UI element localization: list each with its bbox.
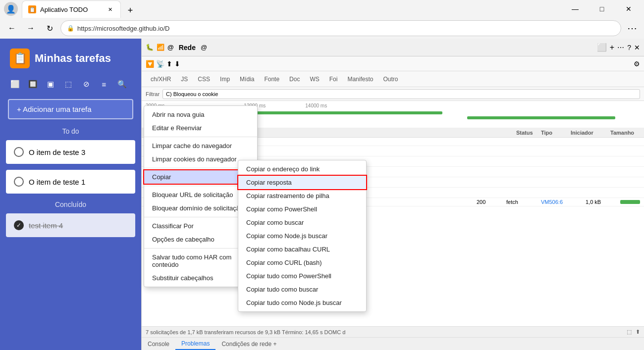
more-devtools-button[interactable]: ⋯ <box>617 44 624 51</box>
toolbar-btn-4[interactable]: ⬚ <box>61 77 75 91</box>
item-text: O item de teste 1 <box>29 178 85 186</box>
menu-label: Classificar Por <box>152 222 194 230</box>
section-todo-label: To do <box>0 123 141 137</box>
submenu-item-copy-all-powershell[interactable]: Copiar tudo como PowerShell <box>238 269 366 283</box>
col-size: Tamanho <box>610 130 640 136</box>
submenu-item-copy-link[interactable]: Copiar o endereço do link <box>238 162 366 176</box>
submenu-item-copy-curl-bash[interactable]: Copiar como CURL (bash) <box>238 256 366 269</box>
add-task-button[interactable]: + Adicionar uma tarefa <box>8 99 133 119</box>
submenu-item-copy-all-fetch[interactable]: Copiar tudo como buscar <box>238 283 366 296</box>
menu-label: Copiar <box>152 173 171 181</box>
menu-label: Copiar rastreamento de pilha <box>246 192 329 200</box>
menu-divider <box>144 137 257 137</box>
status-bar-icons: ⬚ ⬆ <box>627 329 640 335</box>
submenu-item-copy-all-nodejs[interactable]: Copiar tudo como Node.js buscar <box>238 296 366 309</box>
toolbar-btn-7[interactable]: 🔍 <box>115 77 129 91</box>
close-devtools-button[interactable]: ✕ <box>634 44 640 51</box>
submenu-item-copy-fetch[interactable]: Copiar como buscar <box>238 216 366 229</box>
settings-icon[interactable]: ⚙ <box>634 60 640 68</box>
close-button[interactable]: ✕ <box>617 1 640 16</box>
toolbar-btn-5[interactable]: ⊘ <box>79 77 93 91</box>
subtab-outro[interactable]: Outro <box>378 74 403 85</box>
at-icon[interactable]: @ <box>167 44 174 51</box>
status-bar: 7 solicitações de 1,7 kB transferiram re… <box>142 326 644 337</box>
item-checkbox[interactable] <box>14 147 24 157</box>
user-avatar[interactable]: 👤 <box>4 2 18 16</box>
subtab-ws[interactable]: WS <box>305 74 324 85</box>
subtab-imp[interactable]: Imp <box>215 74 235 85</box>
list-item[interactable]: O item de teste 3 <box>6 140 135 164</box>
menu-item-open-new-tab[interactable]: Abrir na nova guia <box>144 108 257 121</box>
row-size: 1,0 kB <box>586 199 615 205</box>
todo-header: 📋 Minhas tarefas <box>0 39 141 73</box>
menu-label: Editar e Reenviar <box>152 124 202 132</box>
list-item-completed[interactable]: ✓ test item 4 <box>6 213 135 237</box>
upload-icon[interactable]: ⬆ <box>166 60 172 68</box>
forward-button[interactable]: → <box>23 20 39 36</box>
menu-item-edit-resend[interactable]: Editar e Reenviar <box>144 121 257 135</box>
footer-tab-conditions[interactable]: Condições de rede + <box>215 339 282 350</box>
network-icon[interactable]: 📶 <box>157 44 164 51</box>
context-menu-copy-submenu: Copiar o endereço do link Copiar respost… <box>238 160 367 312</box>
subtab-manifesto[interactable]: Manifesto <box>342 74 378 85</box>
help-button[interactable]: ? <box>627 44 631 51</box>
menu-label: Copiar tudo como PowerShell <box>246 272 331 280</box>
filter-label: Filtrar <box>146 91 160 97</box>
title-bar: 👤 📋 Aplicativo TODO ✕ + — □ ✕ <box>0 0 644 18</box>
row-type: fetch <box>506 199 536 205</box>
download-icon[interactable]: ⬇ <box>174 60 180 68</box>
tab-close-button[interactable]: ✕ <box>106 5 114 14</box>
col-initiator: Iniciador <box>571 130 610 136</box>
minimize-button[interactable]: — <box>564 1 587 16</box>
new-tab-button[interactable]: + <box>123 3 138 18</box>
footer-tab-console[interactable]: Console <box>142 339 175 350</box>
refresh-button[interactable]: ↻ <box>42 20 57 36</box>
status-icon-1[interactable]: ⬚ <box>627 329 632 335</box>
submenu-item-copy-nodejs-fetch[interactable]: Copiar como Node.js buscar <box>238 229 366 243</box>
subtab-xhr[interactable]: ch/XHR <box>146 74 176 85</box>
toolbar-btn-3[interactable]: ▣ <box>44 77 57 91</box>
subtab-doc[interactable]: Doc <box>284 74 305 85</box>
submenu-item-copy-stack[interactable]: Copiar rastreamento de pilha <box>238 189 366 202</box>
menu-label: Limpar cache do navegador <box>152 142 232 150</box>
item-checkbox[interactable] <box>14 177 24 187</box>
toolbar-btn-2[interactable]: 🔲 <box>26 77 40 91</box>
browser-window: 👤 📋 Aplicativo TODO ✕ + — □ ✕ ← → ↻ 🔒 ht… <box>0 0 644 350</box>
menu-label: Bloquear domínio de solicitação <box>152 204 243 212</box>
toolbar-btn-1[interactable]: ⬜ <box>8 77 22 91</box>
subtab-fonte[interactable]: Fonte <box>259 74 284 85</box>
submenu-item-copy-response[interactable]: Copiar resposta <box>238 176 366 189</box>
item-check-icon[interactable]: ✓ <box>14 220 24 230</box>
subtab-foi[interactable]: Foi <box>324 74 343 85</box>
record-icon[interactable]: 🔽 <box>146 60 154 68</box>
filter-input[interactable] <box>162 89 640 99</box>
back-button[interactable]: ← <box>4 20 20 36</box>
new-panel-button[interactable]: + <box>610 43 614 52</box>
window-controls: — □ ✕ <box>564 1 640 16</box>
subtab-css[interactable]: CSS <box>193 74 215 85</box>
menu-label: Opções de cabeçalho <box>152 236 215 243</box>
more-button[interactable]: ⋯ <box>624 20 640 36</box>
devtools-toolbar: 🔽 📡 ⬆ ⬇ ⚙ <box>142 56 644 71</box>
toolbar-btn-6[interactable]: ≡ <box>97 77 111 91</box>
restore-button[interactable]: □ <box>590 1 613 16</box>
active-tab[interactable]: 📋 Aplicativo TODO ✕ <box>22 0 121 18</box>
address-bar[interactable]: 🔒 https://microsoftedge.github.io/D <box>60 20 621 36</box>
menu-label: Copiar como Node.js buscar <box>246 232 327 240</box>
submenu-item-copy-curl-bacalhau[interactable]: Copiar como bacalhau CURL <box>238 243 366 256</box>
devtools-footer: Console Problemas Condições de rede + <box>142 337 644 350</box>
wifi-up-icon[interactable]: 📡 <box>156 60 164 68</box>
menu-label: Copiar tudo como Node.js buscar <box>246 299 342 306</box>
submenu-item-copy-powershell[interactable]: Copiar como PowerShell <box>238 202 366 216</box>
panel-icon[interactable]: ⬜ <box>597 43 607 52</box>
debug-icon[interactable]: 🐛 <box>146 44 154 51</box>
status-icon-2[interactable]: ⬆ <box>636 329 640 335</box>
subtab-js[interactable]: JS <box>176 74 193 85</box>
footer-tab-problemas[interactable]: Problemas <box>175 338 215 350</box>
todo-title: Minhas tarefas <box>35 52 111 65</box>
menu-item-clear-cache[interactable]: Limpar cache do navegador <box>144 139 257 152</box>
list-item[interactable]: O item de teste 1 <box>6 170 135 194</box>
menu-label: Copiar como buscar <box>246 219 304 226</box>
subtab-media[interactable]: Mídia <box>235 74 259 85</box>
url-text: https://microsoftedge.github.io/D <box>77 25 615 32</box>
